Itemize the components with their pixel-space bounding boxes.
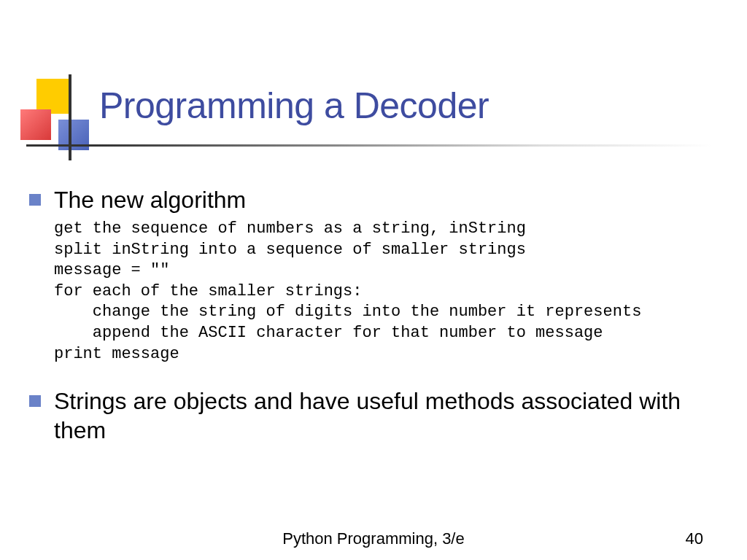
footer-page-number: 40 <box>686 529 703 548</box>
footer-book-title: Python Programming, 3/e <box>0 529 747 548</box>
logo-vertical-line <box>69 74 71 160</box>
slide-title: Programming a Decoder <box>99 85 489 127</box>
logo-square-yellow <box>36 79 71 114</box>
title-underline <box>26 144 712 147</box>
bullet-icon <box>29 194 41 206</box>
slide: Programming a Decoder The new algorithm … <box>0 0 747 560</box>
bullet-item: Strings are objects and have useful meth… <box>29 386 729 445</box>
bullet-text: Strings are objects and have useful meth… <box>54 386 729 445</box>
logo-square-red <box>20 109 51 140</box>
bullet-item: The new algorithm <box>29 185 729 214</box>
pseudocode-block: get the sequence of numbers as a string,… <box>54 219 729 365</box>
logo-decoration <box>20 79 101 159</box>
bullet-text: The new algorithm <box>54 185 246 214</box>
bullet-icon <box>29 395 41 407</box>
slide-content: The new algorithm get the sequence of nu… <box>29 185 729 449</box>
